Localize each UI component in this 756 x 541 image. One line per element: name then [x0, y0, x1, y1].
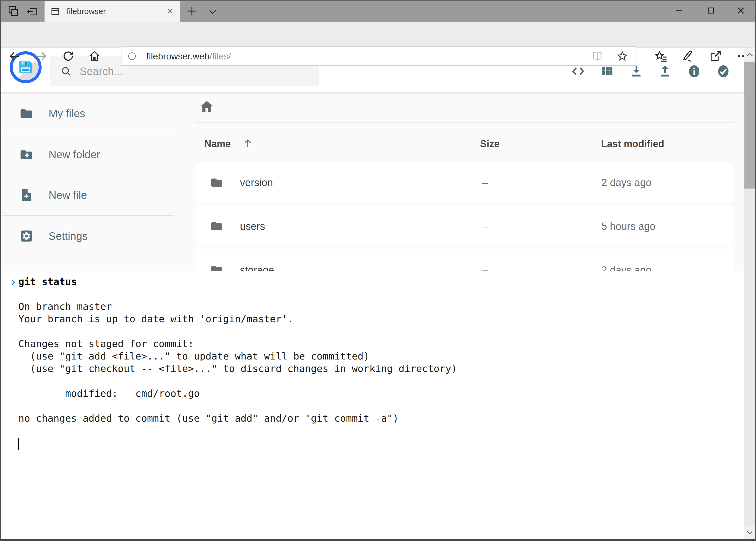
scrollbar-thumb[interactable]	[744, 62, 755, 189]
url-separator	[141, 50, 141, 62]
back-button[interactable]	[8, 50, 21, 63]
file-name: version	[240, 177, 273, 189]
sidebar-item-label: My files	[49, 108, 85, 120]
folder-icon	[210, 264, 223, 270]
terminal-output-line	[0, 375, 744, 387]
tab-list-chevron-icon[interactable]	[207, 6, 219, 18]
sidebar-item-new-folder[interactable]: New folder	[0, 134, 174, 175]
file-name: storage	[240, 265, 274, 270]
select-multiple-icon[interactable]	[715, 63, 731, 79]
share-icon[interactable]	[708, 49, 722, 63]
browser-window: filebrowser	[0, 0, 756, 541]
terminal-prompt-icon	[9, 277, 17, 287]
favorite-star-icon[interactable]	[617, 50, 629, 62]
file-plus-icon	[19, 188, 34, 202]
web-notes-pen-icon[interactable]	[681, 49, 695, 63]
sidebar-item-new-file[interactable]: New file	[0, 175, 174, 215]
file-name: users	[240, 221, 265, 232]
folder-icon	[210, 176, 223, 189]
favorites-hub-icon[interactable]	[654, 49, 668, 63]
search-input[interactable]	[79, 65, 296, 78]
url-path: /files/	[209, 51, 231, 62]
settings-gear-icon	[19, 229, 34, 243]
terminal-command: git status	[18, 276, 77, 287]
file-modified: 2 days ago	[601, 177, 651, 189]
breadcrumb-divider	[195, 122, 734, 123]
terminal-output-line: (use "git checkout -- <file>..." to disc…	[0, 362, 744, 375]
url-host: filebrowser.web	[146, 51, 209, 62]
terminal-output-line	[0, 425, 744, 437]
terminal-output-line	[0, 325, 744, 337]
file-size: –	[482, 265, 488, 270]
sidebar-item-label: New folder	[49, 149, 100, 161]
new-tab-button[interactable]	[186, 5, 198, 17]
search-icon	[60, 65, 72, 77]
terminal-output-line: On branch master	[0, 300, 744, 313]
minimize-button[interactable]	[664, 0, 694, 21]
terminal-output-line	[0, 400, 744, 412]
column-header-name[interactable]: Name	[204, 138, 231, 150]
scrollbar-down-button[interactable]	[744, 526, 755, 539]
file-listing: Name Size Last modified version – 2 days…	[174, 92, 744, 270]
terminal-panel[interactable]: git status On branch master Your branch …	[0, 270, 744, 539]
terminal-output-line: Changes not staged for commit:	[0, 337, 744, 350]
sort-ascending-icon[interactable]	[242, 138, 253, 149]
file-modified: 2 days ago	[601, 265, 651, 270]
browser-toolbar: filebrowser.web /files/	[0, 22, 756, 48]
folder-icon	[19, 106, 34, 121]
terminal-output-line: no changes added to commit (use "git add…	[0, 412, 744, 425]
sidebar-item-settings[interactable]: Settings	[0, 216, 174, 256]
home-button[interactable]	[88, 50, 101, 63]
sidebar: My files New folder New file	[0, 93, 174, 256]
file-size: –	[482, 221, 488, 232]
address-bar[interactable]: filebrowser.web /files/	[121, 46, 636, 66]
refresh-button[interactable]	[62, 50, 75, 63]
tab-title: filebrowser	[67, 7, 166, 16]
sidebar-item-label: Settings	[49, 230, 88, 242]
sidebar-item-my-files[interactable]: My files	[0, 93, 174, 134]
scrollbar-up-button[interactable]	[744, 48, 755, 62]
sidebar-item-label: New file	[49, 189, 87, 201]
maximize-button[interactable]	[696, 0, 726, 21]
folder-icon	[210, 220, 223, 233]
file-row[interactable]: storage – 2 days ago	[195, 249, 733, 270]
upload-icon[interactable]	[657, 63, 673, 79]
breadcrumb-home-icon[interactable]	[199, 99, 214, 115]
column-header-size[interactable]: Size	[480, 138, 500, 150]
terminal-cursor	[18, 438, 19, 450]
vertical-scrollbar[interactable]	[744, 48, 755, 539]
tab-favicon	[51, 6, 60, 16]
tab-preview-icon[interactable]	[7, 5, 19, 17]
tabs-aside-icon[interactable]	[26, 5, 38, 17]
file-size: –	[482, 177, 488, 189]
reading-view-icon[interactable]	[592, 51, 603, 62]
info-icon[interactable]	[686, 63, 702, 79]
terminal-output-line: modified: cmd/root.go	[0, 387, 744, 400]
terminal-output-line: Your branch is up to date with 'origin/m…	[0, 313, 744, 325]
file-row[interactable]: version – 2 days ago	[195, 161, 733, 203]
terminal-output-line: (use "git add <file>..." to update what …	[0, 350, 744, 362]
folder-plus-icon	[19, 148, 34, 162]
forward-button[interactable]	[35, 50, 48, 63]
browser-tab[interactable]: filebrowser	[45, 1, 180, 22]
close-button[interactable]	[726, 0, 756, 21]
tab-close-icon[interactable]	[166, 7, 174, 15]
browser-titlebar: filebrowser	[0, 0, 756, 22]
column-header-modified[interactable]: Last modified	[601, 138, 664, 150]
file-row[interactable]: users – 5 hours ago	[195, 205, 733, 247]
site-info-icon[interactable]	[127, 52, 136, 61]
terminal-output-line	[0, 288, 744, 300]
file-modified: 5 hours ago	[601, 221, 655, 232]
